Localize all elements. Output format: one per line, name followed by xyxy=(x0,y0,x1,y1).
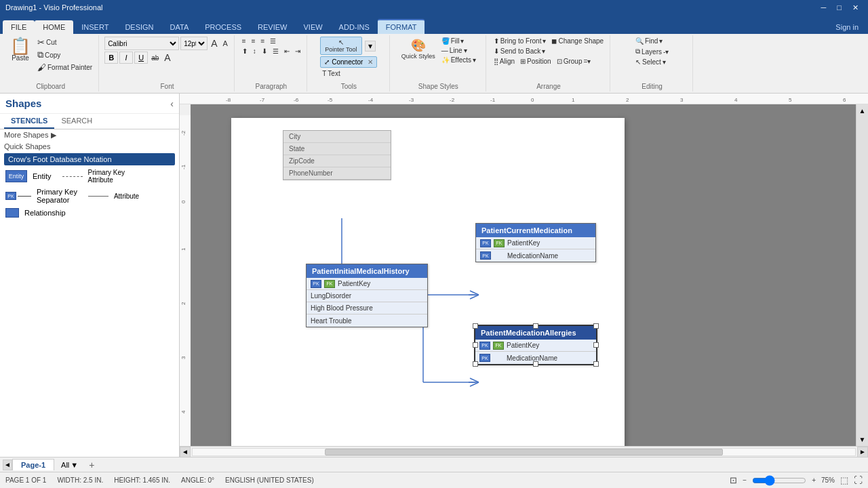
fit-page-button[interactable]: ⊡ xyxy=(730,475,737,485)
quick-styles-button[interactable]: 🎨 Quick Styles xyxy=(399,37,438,64)
sidebar-title: Shapes xyxy=(5,98,41,109)
select-button[interactable]: ↖ Select▾ xyxy=(633,58,668,66)
strikethrough-button[interactable]: ab xyxy=(149,54,161,62)
italic-button[interactable]: I xyxy=(119,52,133,64)
sidebar-section-more-shapes[interactable]: More Shapes ▶ xyxy=(0,129,179,141)
selection-handle-mr[interactable] xyxy=(593,342,599,348)
selection-handle-bm[interactable] xyxy=(533,361,538,367)
send-to-back-icon: ⬇ xyxy=(494,47,499,55)
indent-decrease-button[interactable]: ⇤ xyxy=(282,47,292,56)
align-center-button[interactable]: ≡ xyxy=(250,37,258,45)
scroll-up-button[interactable]: ▲ xyxy=(856,107,868,115)
stencil-pk-separator[interactable]: PK Primary KeySeparator Attribute xyxy=(0,186,179,206)
middle-align-button[interactable]: ↕ xyxy=(251,47,258,56)
selection-handle-tm[interactable] xyxy=(533,323,538,329)
minimize-button[interactable]: ─ xyxy=(817,3,831,12)
list-button[interactable]: ☰ xyxy=(271,47,281,56)
sidebar-collapse-button[interactable]: ‹ xyxy=(170,98,174,109)
scroll-right-button[interactable]: ► xyxy=(857,447,868,458)
tab-addins[interactable]: ADD-INS xyxy=(331,20,378,34)
page-tab-1[interactable]: Page-1 xyxy=(12,459,54,470)
paste-button[interactable]: 📋 Paste xyxy=(7,37,34,63)
gray-table[interactable]: City State ZipCode PhoneNumber xyxy=(283,130,391,180)
right-scrollbar[interactable]: ▲ ▼ xyxy=(856,104,868,446)
tab-home[interactable]: HOME xyxy=(35,20,73,34)
maximize-button[interactable]: □ xyxy=(833,3,846,12)
top-align-button[interactable]: ⬆ xyxy=(240,47,250,56)
justify-button[interactable]: ☰ xyxy=(268,37,278,45)
table-patientCurrentMed-body: PK FK PatientKey PK MedicationName xyxy=(476,237,595,262)
change-shape-button[interactable]: ◼ Change Shape xyxy=(549,37,606,45)
align-button[interactable]: ⣿ Align xyxy=(492,57,517,66)
copy-button[interactable]: ⧉ Copy xyxy=(35,49,94,61)
scroll-left-button[interactable]: ◄ xyxy=(180,447,191,458)
bold-button[interactable]: B xyxy=(104,52,118,64)
align-right-button[interactable]: ≡ xyxy=(259,37,267,45)
send-to-back-button[interactable]: ⬇ Send to Back▾ xyxy=(492,47,547,56)
selection-handle-ml[interactable] xyxy=(473,342,478,348)
table-patientCurrentMed[interactable]: PatientCurrentMedication PK FK PatientKe… xyxy=(475,223,596,262)
font-size-select[interactable]: 12pt. xyxy=(180,37,208,50)
canvas[interactable]: City State ZipCode PhoneNumber PatientIn… xyxy=(191,104,868,446)
effects-button[interactable]: ✨ Effects▾ xyxy=(439,56,478,64)
sidebar-tab-stencils[interactable]: STENCILS xyxy=(4,114,54,129)
position-button[interactable]: ⊞ Position xyxy=(518,57,553,66)
underline-button[interactable]: U xyxy=(134,52,148,64)
selection-handle-bl[interactable] xyxy=(473,361,478,367)
table-patientMedAllergies[interactable]: PatientMedicationAllergies PK FK Patient… xyxy=(474,325,597,365)
selection-handle-tr[interactable] xyxy=(593,323,599,329)
scroll-track[interactable] xyxy=(192,448,856,456)
tab-design[interactable]: DESIGN xyxy=(117,20,161,34)
zoom-out-button[interactable]: − xyxy=(743,476,747,484)
tab-review[interactable]: REVIEW xyxy=(250,20,295,34)
sidebar-section-quick-shapes[interactable]: Quick Shapes xyxy=(0,141,179,152)
pointer-tool-dropdown[interactable]: ▾ xyxy=(365,41,376,52)
increase-font-button[interactable]: A xyxy=(209,37,219,49)
pointer-tool-button[interactable]: ↖ Pointer Tool xyxy=(320,37,361,55)
add-page-button[interactable]: + xyxy=(83,458,100,472)
tab-data[interactable]: DATA xyxy=(162,20,197,34)
stencil-entity[interactable]: Entity Entity Primary KeyAttribute xyxy=(0,167,179,186)
align-left-button[interactable]: ≡ xyxy=(240,37,248,45)
font-color-button[interactable]: A xyxy=(162,52,172,64)
selection-handle-tl[interactable] xyxy=(473,323,478,329)
selection-handle-br[interactable] xyxy=(593,361,599,367)
layers-button[interactable]: ⧉ Layers -▾ xyxy=(633,47,671,56)
bottom-align-button[interactable]: ⬇ xyxy=(260,47,269,56)
sidebar-section-crowsfoot[interactable]: Crow's Foot Database Notation xyxy=(0,152,179,167)
stencil-relationship[interactable]: Relationship xyxy=(0,206,179,220)
page-scroll-left[interactable]: ◄ xyxy=(3,460,12,470)
svg-text:1: 1 xyxy=(180,247,186,251)
decrease-font-button[interactable]: A xyxy=(220,39,229,48)
scroll-thumb[interactable] xyxy=(325,449,722,455)
format-painter-button[interactable]: 🖌 Format Painter xyxy=(35,62,94,73)
sidebar-tab-search[interactable]: SEARCH xyxy=(54,114,99,129)
scroll-down-button[interactable]: ▼ xyxy=(856,436,868,443)
fit-width-button[interactable]: ⬚ xyxy=(840,475,848,485)
cut-button[interactable]: ✂ Cut xyxy=(35,37,94,48)
indent-increase-button[interactable]: ⇥ xyxy=(293,47,302,56)
line-button[interactable]: — Line▾ xyxy=(439,46,478,55)
tab-format[interactable]: FORMAT xyxy=(378,19,425,34)
sign-in-button[interactable]: Sign in xyxy=(829,20,865,34)
find-button[interactable]: 🔍 Find▾ xyxy=(633,37,665,45)
tab-insert[interactable]: INSERT xyxy=(73,20,117,34)
font-family-select[interactable]: Calibri xyxy=(104,37,179,50)
crowsfoot-title[interactable]: Crow's Foot Database Notation xyxy=(4,153,175,165)
all-pages-button[interactable]: All ▼ xyxy=(56,460,83,470)
group-button[interactable]: ⊡ Group =▾ xyxy=(555,57,593,66)
svg-text:3: 3 xyxy=(180,356,186,359)
connector-button[interactable]: ⤢ Connector ✕ xyxy=(320,56,377,68)
close-button[interactable]: ✕ xyxy=(848,3,863,12)
fill-button[interactable]: 🪣 Fill▾ xyxy=(439,37,478,45)
fullscreen-button[interactable]: ⛶ xyxy=(854,475,863,485)
zoom-slider[interactable] xyxy=(752,475,806,486)
text-button[interactable]: T Text xyxy=(320,69,342,78)
tab-file[interactable]: FILE xyxy=(3,20,35,34)
tab-view[interactable]: VIEW xyxy=(295,20,330,34)
tab-process[interactable]: PROCESS xyxy=(197,20,250,34)
bring-to-front-button[interactable]: ⬆ Bring to Front▾ xyxy=(492,37,549,45)
connector-close[interactable]: ✕ xyxy=(368,58,373,66)
table-patientInitial[interactable]: PatientInitialMedicalHistory PK FK Patie… xyxy=(306,264,428,327)
zoom-in-button[interactable]: + xyxy=(812,476,816,484)
